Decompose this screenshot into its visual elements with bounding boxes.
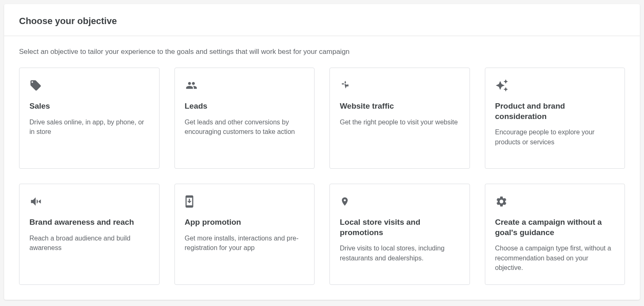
card-description: Choose a campaign type first, without a … [495,243,615,272]
megaphone-icon [29,195,43,208]
card-description: Reach a broad audience and build awarene… [29,233,149,253]
card-description: Encourage people to explore your product… [495,127,615,146]
cursor-click-icon [340,79,353,92]
objective-panel: Choose your objective Select an objectiv… [4,4,640,300]
sparkle-icon [495,79,508,92]
card-title: Create a campaign without a goal's guida… [495,217,615,238]
objective-card-no-goal[interactable]: Create a campaign without a goal's guida… [485,184,625,285]
objective-card-leads[interactable]: Leads Get leads and other conversions by… [174,68,315,169]
card-title: App promotion [185,217,305,228]
card-title: Product and brand consideration [495,101,615,121]
card-description: Get leads and other conversions by encou… [185,117,305,136]
card-description: Drive visits to local stores, including … [340,243,460,262]
card-title: Sales [29,101,149,112]
panel-title: Choose your objective [19,16,625,27]
card-title: Leads [185,101,305,112]
objective-card-product-brand[interactable]: Product and brand consideration Encourag… [485,68,625,169]
objective-card-local-store[interactable]: Local store visits and promotions Drive … [329,184,470,285]
objective-card-brand-awareness[interactable]: Brand awareness and reach Reach a broad … [19,184,160,285]
objective-card-app-promotion[interactable]: App promotion Get more installs, interac… [174,184,315,285]
people-icon [185,79,198,92]
instruction-text: Select an objective to tailor your exper… [19,48,625,56]
mobile-app-icon [185,195,198,208]
card-description: Get more installs, interactions and pre-… [185,233,305,253]
panel-body: Select an objective to tailor your exper… [4,36,640,300]
panel-header: Choose your objective [4,4,640,36]
objective-card-sales[interactable]: Sales Drive sales online, in app, by pho… [19,68,160,169]
objective-grid: Sales Drive sales online, in app, by pho… [19,68,625,285]
card-title: Brand awareness and reach [29,217,149,228]
location-pin-icon [340,195,353,208]
card-title: Local store visits and promotions [340,217,460,238]
gear-icon [495,195,508,208]
card-description: Get the right people to visit your websi… [340,117,460,127]
card-title: Website traffic [340,101,460,112]
objective-card-website-traffic[interactable]: Website traffic Get the right people to … [329,68,470,169]
card-description: Drive sales online, in app, by phone, or… [29,117,149,136]
tag-icon [29,79,43,92]
